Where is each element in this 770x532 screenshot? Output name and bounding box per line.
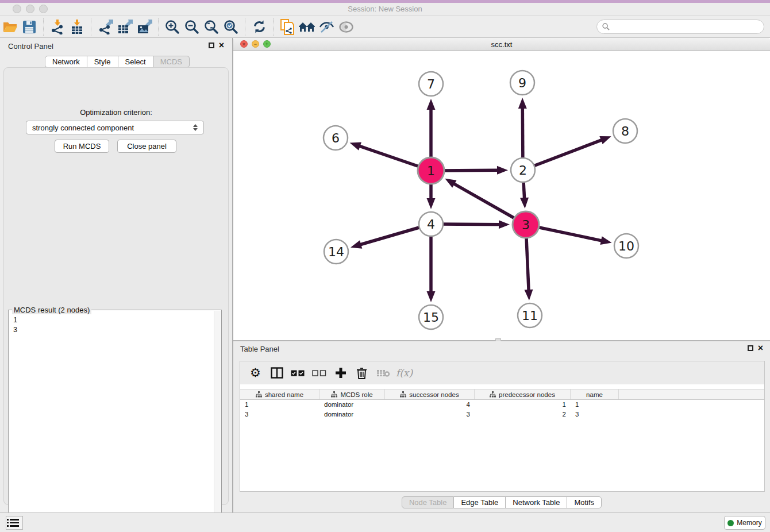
column-type-icon <box>490 391 496 398</box>
node-label: 2 <box>519 163 527 178</box>
function-builder-icon[interactable]: f(x) <box>394 363 415 383</box>
table-cell[interactable]: dominator <box>319 401 385 408</box>
column-header-MCDS-role[interactable]: MCDS role <box>319 390 385 399</box>
window-titlebar: Session: New Session <box>0 0 770 16</box>
zoom-in-icon[interactable] <box>163 18 182 36</box>
duplicate-network-icon[interactable] <box>278 18 297 36</box>
table-body: 1dominator4113dominator323 <box>240 400 764 419</box>
node-label: 3 <box>522 218 530 232</box>
node-label: 1 <box>427 164 435 178</box>
network-graph[interactable]: 7968124314101511 <box>233 51 770 340</box>
float-panel-icon[interactable] <box>748 345 753 351</box>
node-label: 7 <box>427 77 435 91</box>
edge-arrowhead <box>427 99 436 110</box>
deselect-all-checkboxes-icon[interactable] <box>309 363 330 383</box>
node-label: 15 <box>423 310 439 325</box>
toolbar-separator <box>43 18 44 36</box>
window-title: Session: New Session <box>0 5 770 13</box>
search-input[interactable] <box>613 23 759 31</box>
show-column-panel-icon[interactable] <box>266 363 287 383</box>
close-panel-icon[interactable]: × <box>219 43 224 48</box>
task-history-button[interactable] <box>6 516 23 530</box>
column-label: predecessor nodes <box>499 391 555 398</box>
save-session-icon[interactable] <box>20 18 39 36</box>
node-table: shared nameMCDS rolesuccessor nodesprede… <box>240 389 764 491</box>
table-options-gear-icon[interactable]: ⚙ <box>245 363 266 383</box>
hide-graphics-details-icon[interactable] <box>317 18 336 36</box>
column-header-predecessor-nodes[interactable]: predecessor nodes <box>475 390 571 399</box>
close-panel-icon[interactable]: × <box>758 345 763 351</box>
export-table-icon[interactable] <box>115 18 134 36</box>
table-cell[interactable]: 1 <box>475 401 571 408</box>
refresh-layout-icon[interactable] <box>249 18 269 36</box>
main-toolbar <box>0 16 770 38</box>
tab-network[interactable]: Network <box>45 56 87 68</box>
list-icon <box>10 519 19 527</box>
memory-status-icon <box>727 520 734 526</box>
table-cell[interactable]: dominator <box>319 411 385 418</box>
mcds-panel: Optimization criterion: strongly connect… <box>3 67 229 505</box>
table-toolbar: ⚙ <box>240 361 764 384</box>
search-field[interactable] <box>596 20 764 34</box>
column-header-successor-nodes[interactable]: successor nodes <box>385 390 475 399</box>
edge-arrowhead <box>350 142 361 151</box>
export-image-icon[interactable] <box>134 18 154 36</box>
tab-motifs[interactable]: Motifs <box>567 496 602 508</box>
column-header-shared-name[interactable]: shared name <box>240 390 319 399</box>
delete-table-icon[interactable] <box>372 363 394 383</box>
zoom-selected-icon[interactable] <box>221 18 241 36</box>
home-network-icon[interactable] <box>297 18 317 36</box>
table-cell[interactable]: 2 <box>475 411 571 418</box>
open-session-icon[interactable] <box>0 18 20 36</box>
network-canvas[interactable]: 7968124314101511 <box>233 51 770 340</box>
network-window: × − + scc.txt 7968124314101511 <box>233 38 770 340</box>
import-network-icon[interactable] <box>48 18 67 36</box>
criterion-select[interactable]: strongly connected component <box>26 121 204 134</box>
toolbar-separator <box>158 18 159 36</box>
result-item: 1 <box>13 315 209 325</box>
node-label: 9 <box>518 76 526 90</box>
tab-style[interactable]: Style <box>87 56 118 68</box>
import-table-icon[interactable] <box>67 18 87 36</box>
column-type-icon <box>256 391 262 398</box>
tab-mcds[interactable]: MCDS <box>153 56 190 68</box>
column-header-name[interactable]: name <box>571 390 619 399</box>
zoom-fit-icon[interactable] <box>202 18 221 36</box>
column-label: successor nodes <box>409 391 459 398</box>
control-panel-title: Control Panel <box>8 42 53 51</box>
network-window-titlebar[interactable]: × − + scc.txt <box>233 38 770 51</box>
delete-column-icon[interactable] <box>351 363 372 383</box>
run-mcds-button[interactable]: Run MCDS <box>55 140 109 153</box>
result-scrollbar[interactable] <box>214 311 221 526</box>
tab-select[interactable]: Select <box>118 56 153 68</box>
search-icon <box>602 23 610 30</box>
add-column-icon[interactable] <box>330 363 351 383</box>
memory-button[interactable]: Memory <box>724 516 765 530</box>
select-all-checkboxes-icon[interactable] <box>287 363 309 383</box>
close-panel-button[interactable]: Close panel <box>117 140 176 153</box>
export-network-icon[interactable] <box>95 18 115 36</box>
menu-accent-strip <box>0 0 770 3</box>
zoom-out-icon[interactable] <box>182 18 202 36</box>
edge-arrowhead <box>525 290 533 300</box>
mcds-result-list[interactable]: 13 <box>9 312 213 526</box>
table-cell[interactable]: 1 <box>240 401 319 408</box>
toolbar-separator <box>273 18 274 36</box>
table-row[interactable]: 1dominator411 <box>240 400 764 410</box>
edge-arrowhead <box>351 240 362 248</box>
table-cell[interactable]: 1 <box>571 401 619 408</box>
edge-arrowhead <box>599 136 611 144</box>
table-row[interactable]: 3dominator323 <box>240 410 764 419</box>
table-cell[interactable]: 3 <box>240 411 319 418</box>
tab-network-table[interactable]: Network Table <box>506 496 567 508</box>
table-cell[interactable]: 3 <box>385 411 475 418</box>
table-cell[interactable]: 4 <box>385 401 475 408</box>
table-cell[interactable]: 3 <box>571 411 619 418</box>
table-header-row: shared nameMCDS rolesuccessor nodesprede… <box>240 389 764 400</box>
tab-edge-table[interactable]: Edge Table <box>454 496 506 508</box>
toolbar-separator <box>91 18 91 36</box>
tab-node-table[interactable]: Node Table <box>402 496 455 508</box>
show-graphics-details-icon[interactable] <box>336 18 356 36</box>
float-panel-icon[interactable] <box>209 43 214 48</box>
network-title: scc.txt <box>233 40 770 49</box>
